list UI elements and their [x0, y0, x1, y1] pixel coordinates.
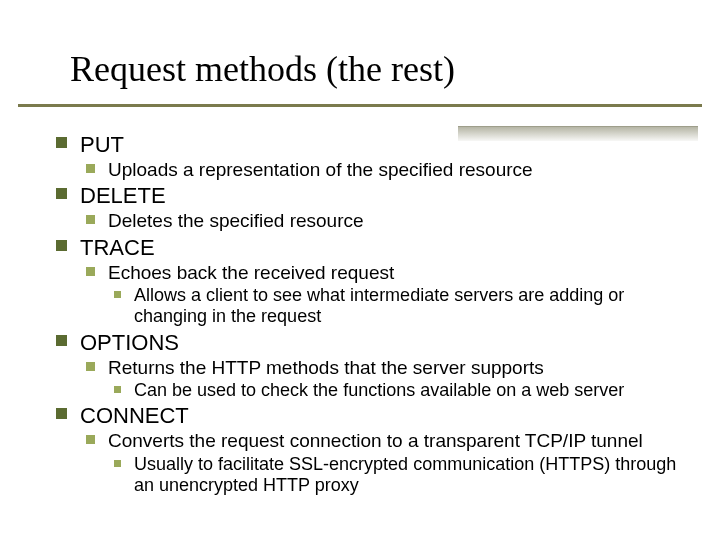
list-item: Can be used to check the functions avail…	[114, 380, 680, 401]
item-text: Can be used to check the functions avail…	[134, 380, 624, 400]
item-text: Uploads a representation of the specifie…	[108, 159, 533, 180]
list-item: DELETE Deletes the specified resource	[56, 183, 680, 232]
bullet-list-lvl2: Uploads a representation of the specifie…	[86, 159, 680, 181]
bullet-list-lvl2: Deletes the specified resource	[86, 210, 680, 232]
list-item: PUT Uploads a representation of the spec…	[56, 132, 680, 181]
bullet-list-lvl2: Converts the request connection to a tra…	[86, 430, 680, 496]
page-title: Request methods (the rest)	[70, 48, 455, 90]
bullet-list-lvl3: Allows a client to see what intermediate…	[114, 285, 680, 327]
item-text: Converts the request connection to a tra…	[108, 430, 643, 451]
item-text: Deletes the specified resource	[108, 210, 364, 231]
item-text: Echoes back the received request	[108, 262, 394, 283]
list-item: Uploads a representation of the specifie…	[86, 159, 680, 181]
item-label: CONNECT	[80, 403, 189, 428]
list-item: Echoes back the received request Allows …	[86, 262, 680, 328]
bullet-list-lvl3: Can be used to check the functions avail…	[114, 380, 680, 401]
bullet-list-lvl2: Echoes back the received request Allows …	[86, 262, 680, 328]
item-label: OPTIONS	[80, 330, 179, 355]
list-item: Returns the HTTP methods that the server…	[86, 357, 680, 402]
item-label: PUT	[80, 132, 124, 157]
list-item: CONNECT Converts the request connection …	[56, 403, 680, 496]
item-text: Usually to facilitate SSL-encrypted comm…	[134, 454, 676, 495]
bullet-list-lvl1: PUT Uploads a representation of the spec…	[56, 132, 680, 496]
list-item: Converts the request connection to a tra…	[86, 430, 680, 496]
list-item: OPTIONS Returns the HTTP methods that th…	[56, 330, 680, 402]
bullet-list-lvl2: Returns the HTTP methods that the server…	[86, 357, 680, 402]
content-area: PUT Uploads a representation of the spec…	[56, 130, 680, 497]
item-label: DELETE	[80, 183, 166, 208]
list-item: Usually to facilitate SSL-encrypted comm…	[114, 454, 680, 496]
list-item: TRACE Echoes back the received request A…	[56, 235, 680, 328]
list-item: Deletes the specified resource	[86, 210, 680, 232]
item-label: TRACE	[80, 235, 155, 260]
bullet-list-lvl3: Usually to facilitate SSL-encrypted comm…	[114, 454, 680, 496]
item-text: Allows a client to see what intermediate…	[134, 285, 624, 326]
slide: Request methods (the rest) PUT Uploads a…	[0, 0, 720, 540]
list-item: Allows a client to see what intermediate…	[114, 285, 680, 327]
item-text: Returns the HTTP methods that the server…	[108, 357, 544, 378]
title-underline	[18, 104, 702, 107]
